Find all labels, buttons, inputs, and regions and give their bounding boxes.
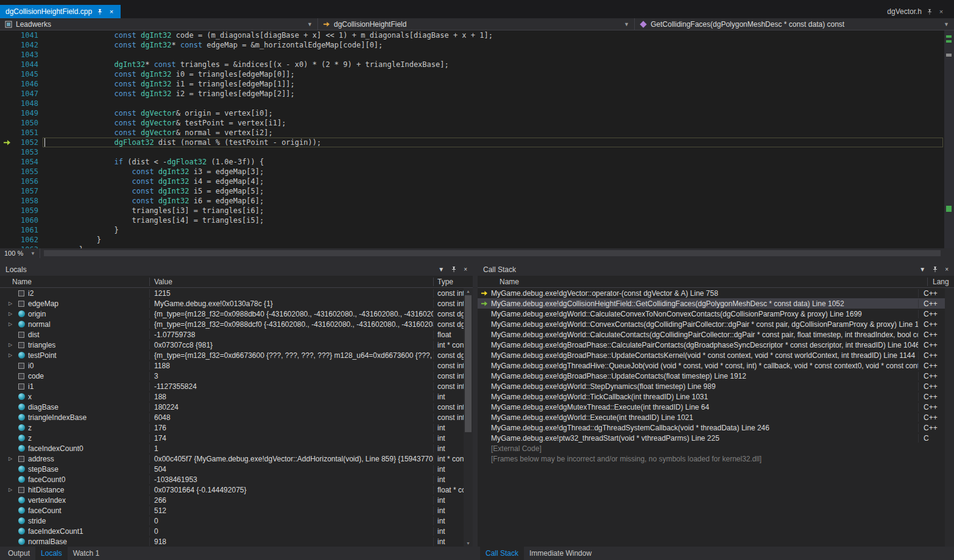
callstack-row[interactable]: MyGame.debug.exe!dgThread::dgThreadSyste… (478, 422, 945, 433)
callstack-row[interactable]: [Frames below may be incorrect and/or mi… (478, 453, 945, 464)
variable-value[interactable]: {m_type={m128_f32=0xd6673600 {???, ???, … (149, 351, 433, 360)
close-icon[interactable]: × (464, 267, 467, 273)
local-row[interactable]: faceIndexCount1 0 int (0, 526, 464, 536)
variable-value[interactable]: -1038461953 (149, 475, 433, 484)
variable-value[interactable]: 266 (149, 496, 433, 505)
local-row[interactable]: i2 1215 const int (0, 288, 464, 298)
code-line[interactable]: 1041 const dgInt32 code = (m_diagonals[d… (0, 30, 944, 40)
code-line[interactable]: 1043 (0, 50, 944, 60)
code-line[interactable]: 1045 const dgInt32 i0 = triangles[edgeMa… (0, 69, 944, 79)
breakpoint-margin[interactable] (0, 79, 16, 89)
callstack-panel-header[interactable]: Call Stack ▼ × (478, 263, 954, 276)
expander-icon[interactable]: ▷ (9, 352, 18, 358)
editor-horizontal-scrollbar[interactable] (40, 248, 954, 258)
code-text[interactable]: const dgVector& testPoint = vertex[i1]; (44, 118, 286, 128)
code-text[interactable]: dgFloat32 dist (normal % (testPoint - or… (44, 138, 321, 147)
breakpoint-margin[interactable] (0, 186, 16, 196)
local-row[interactable]: dist -1.07759738 float (0, 329, 464, 340)
variable-value[interactable]: 504 (149, 465, 433, 474)
variable-value[interactable]: 180224 (149, 403, 433, 411)
variable-value[interactable]: {m_type={m128_f32=0x0988db40 {-431602080… (149, 310, 433, 318)
tab-dgvector-preview[interactable]: dgVector.h × (882, 5, 950, 18)
panel-tab-call-stack[interactable]: Call Stack (480, 547, 524, 560)
variable-value[interactable]: 1188 (149, 362, 433, 370)
callstack-row[interactable]: MyGame.debug.exe!dgThreadHive::QueueJob(… (478, 360, 945, 371)
variable-value[interactable]: {m_type={m128_f32=0x0988dcf0 {-431602080… (149, 320, 433, 329)
breakpoint-margin[interactable] (0, 147, 16, 157)
variable-value[interactable]: 3 (149, 372, 433, 380)
callstack-row[interactable]: MyGame.debug.exe!dgCollisionHeightField:… (478, 298, 945, 309)
variable-value[interactable]: 0x00c405f7 {MyGame.debug.exe!dgVector::A… (149, 455, 433, 463)
code-line[interactable]: 1056 const dgInt32 i4 = edgeMap[4]; (0, 177, 944, 186)
code-text[interactable]: const dgInt32 i3 = edgeMap[3]; (44, 167, 264, 177)
local-row[interactable]: z 174 int (0, 433, 464, 443)
code-line[interactable]: 1047 const dgInt32 i2 = triangles[edgeMa… (0, 89, 944, 99)
member-dropdown[interactable]: GetCollidingFaces(dgPolygonMeshDesc * co… (635, 18, 954, 30)
column-header-name[interactable]: Name (491, 278, 927, 286)
panel-tab-locals[interactable]: Locals (35, 547, 68, 560)
code-text[interactable]: } (44, 235, 101, 245)
callstack-row[interactable]: MyGame.debug.exe!dgWorld::CalculateConta… (478, 329, 945, 340)
tab-dgcollisionheightfield[interactable]: dgCollisionHeightField.cpp × (0, 5, 121, 18)
window-position-icon[interactable]: ▼ (438, 267, 444, 273)
breakpoint-margin[interactable] (0, 138, 16, 147)
column-header-type[interactable]: Type (433, 278, 473, 286)
pin-icon[interactable] (451, 266, 457, 273)
scroll-down-icon[interactable]: ▼ (464, 540, 473, 547)
panel-tab-watch-1[interactable]: Watch 1 (68, 547, 105, 560)
local-row[interactable]: faceCount0 -1038461953 int (0, 474, 464, 485)
callstack-row[interactable]: MyGame.debug.exe!dgVector::operator-(con… (478, 288, 945, 298)
breakpoint-margin[interactable] (0, 196, 16, 206)
local-row[interactable]: ▷ normal {m_type={m128_f32=0x0988dcf0 {-… (0, 319, 464, 329)
project-dropdown[interactable]: Leadwerks ▼ (0, 18, 318, 30)
column-header-lang[interactable]: Lang (927, 278, 954, 286)
code-area[interactable]: 1041 const dgInt32 code = (m_diagonals[d… (0, 30, 944, 248)
local-row[interactable]: vertexIndex 266 int (0, 495, 464, 505)
code-text[interactable]: const dgInt32 i4 = edgeMap[4]; (44, 177, 264, 186)
local-row[interactable]: i0 1188 const int (0, 360, 464, 371)
code-text[interactable]: const dgInt32 i6 = edgeMap[6]; (44, 196, 264, 206)
breakpoint-margin[interactable] (0, 108, 16, 118)
scroll-up-icon[interactable]: ▲ (464, 288, 473, 295)
callstack-row[interactable]: MyGame.debug.exe!ptw32_threadStart(void … (478, 433, 945, 443)
scrollbar-thumb[interactable] (465, 295, 472, 432)
code-line[interactable]: 1058 const dgInt32 i6 = edgeMap[6]; (0, 196, 944, 206)
callstack-row[interactable]: MyGame.debug.exe!dgWorld::ConvexContacts… (478, 319, 945, 329)
code-text[interactable]: const dgInt32 i5 = edgeMap[5]; (44, 186, 264, 196)
breakpoint-margin[interactable] (0, 177, 16, 186)
callstack-row[interactable]: MyGame.debug.exe!dgBroadPhase::UpdateCon… (478, 350, 945, 360)
local-row[interactable]: ▷ address 0x00c405f7 {MyGame.debug.exe!d… (0, 453, 464, 464)
code-text[interactable]: const dgInt32 i2 = triangles[edgeMap[2]]… (44, 89, 295, 99)
code-text[interactable]: dgInt32* const triangles = &indices[(x -… (44, 60, 449, 69)
callstack-row[interactable]: [External Code] (478, 443, 945, 453)
close-icon[interactable]: × (945, 267, 949, 273)
local-row[interactable]: x 188 int (0, 391, 464, 402)
pin-icon[interactable] (96, 8, 104, 15)
code-line[interactable]: 1062 } (0, 235, 944, 245)
variable-value[interactable]: 0 (149, 527, 433, 536)
code-text[interactable]: const dgInt32 i0 = triangles[edgeMap[0]]… (44, 69, 295, 79)
code-text[interactable]: if (dist < -dgFloat32 (1.0e-3f)) { (44, 157, 264, 167)
code-line[interactable]: 1055 const dgInt32 i3 = edgeMap[3]; (0, 167, 944, 177)
code-line[interactable]: 1049 const dgVector& origin = vertex[i0]… (0, 108, 944, 118)
locals-panel-header[interactable]: Locals ▼ × (0, 263, 473, 276)
breakpoint-margin[interactable] (0, 215, 16, 225)
code-line[interactable]: 1059 triangles[i3] = triangles[i6]; (0, 206, 944, 215)
breakpoint-margin[interactable] (0, 128, 16, 138)
local-row[interactable]: faceIndexCount0 1 int (0, 443, 464, 453)
code-line[interactable]: 1057 const dgInt32 i5 = edgeMap[5]; (0, 186, 944, 196)
column-header-value[interactable]: Value (149, 278, 433, 286)
code-editor[interactable]: 1041 const dgInt32 code = (m_diagonals[d… (0, 30, 954, 248)
window-position-icon[interactable]: ▼ (919, 267, 925, 273)
code-line[interactable]: 1048 (0, 99, 944, 108)
code-line[interactable]: 1060 triangles[i4] = triangles[i5]; (0, 215, 944, 225)
expander-icon[interactable]: ▷ (9, 311, 18, 317)
variable-value[interactable]: 0x07301664 {-0.144492075} (149, 486, 433, 494)
code-line[interactable]: 1042 const dgInt32* const edgeMap = &m_h… (0, 40, 944, 50)
code-text[interactable]: const dgInt32* const edgeMap = &m_horizo… (44, 40, 383, 50)
code-line[interactable]: 1044 dgInt32* const triangles = &indices… (0, 60, 944, 69)
variable-value[interactable]: 918 (149, 537, 433, 546)
local-row[interactable]: z 176 int (0, 422, 464, 433)
local-row[interactable]: stepBase 504 int (0, 464, 464, 474)
variable-value[interactable]: 176 (149, 424, 433, 432)
